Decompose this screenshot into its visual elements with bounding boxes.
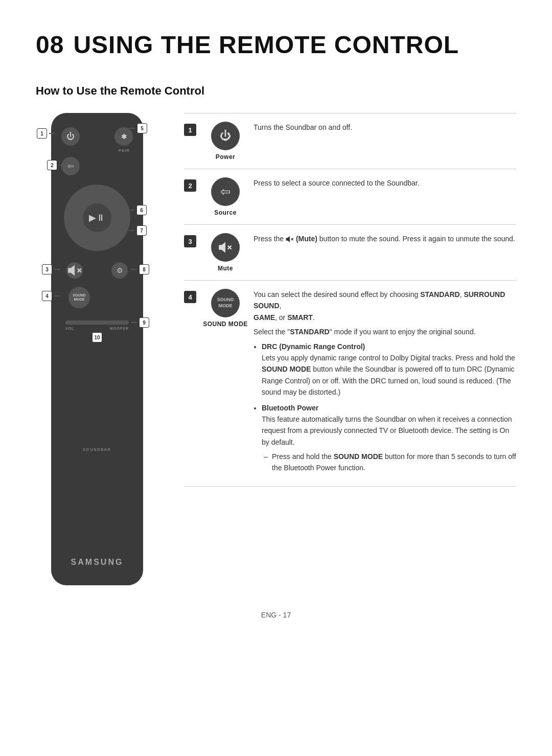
bullet-drc: DRC (Dynamic Range Control) Lets you app… <box>262 341 516 398</box>
num-col-1: 1 <box>184 122 202 136</box>
sound-mode-bullets: DRC (Dynamic Range Control) Lets you app… <box>254 341 516 474</box>
num-col-2: 2 <box>184 177 202 192</box>
line-4 <box>54 295 60 296</box>
badge-9: 9 <box>139 317 149 328</box>
badge-8: 8 <box>139 264 149 274</box>
sound-mode-icon-label: SOUND MODE <box>203 320 248 328</box>
source-icon-btn: ⇦ <box>211 177 240 206</box>
text-col-power: Turns the Soundbar on and off. <box>248 122 516 136</box>
section-title: How to Use the Remote Control <box>36 84 516 98</box>
info-row-power: 1 ⏻ Power Turns the Soundbar on and off. <box>184 113 516 169</box>
badge-3: 3 <box>42 264 52 274</box>
remote-label-9: 9 <box>131 317 149 328</box>
text-col-sound-mode: You can select the desired sound effect … <box>248 289 516 478</box>
icon-col-source: ⇦ Source <box>202 177 248 216</box>
pair-label: PAIR <box>119 148 130 153</box>
info-row-sound-mode: 4 SOUNDMODE SOUND MODE You can select th… <box>184 280 516 487</box>
source-description: Press to select a source connected to th… <box>254 177 516 189</box>
power-icon-btn: ⏻ <box>211 122 240 150</box>
remote-label-3: 3 <box>42 264 60 274</box>
info-row-source: 2 ⇦ Source Press to select a source conn… <box>184 169 516 224</box>
mute-button <box>66 262 83 279</box>
svg-marker-6 <box>286 237 289 242</box>
slider-labels: VOL WOOFER <box>65 327 129 330</box>
mute-icon-label: Mute <box>218 265 233 272</box>
remote-top-row: ⏻ ✱ PAIR 5 <box>61 127 133 146</box>
num-col-3: 3 <box>184 233 202 247</box>
svg-marker-0 <box>68 266 74 274</box>
badge-4: 4 <box>42 291 52 301</box>
line-3 <box>54 269 60 270</box>
remote-source-row: 2 ⇦ <box>61 157 133 175</box>
source-icon-label: Source <box>214 209 237 216</box>
power-button: ⏻ <box>61 127 80 146</box>
remote-sound-mode-row: 4 SOUNDMODE <box>61 287 133 308</box>
line-2 <box>59 165 65 166</box>
line-7 <box>128 230 134 231</box>
num-badge-2: 2 <box>184 179 196 192</box>
dpad-center: ▶⏸ <box>83 203 111 232</box>
remote-label-5: 5 <box>129 123 147 133</box>
bt-container: ✱ PAIR 5 <box>114 127 133 146</box>
num-badge-3: 3 <box>184 235 196 247</box>
page-title: 08USING THE REMOTE CONTROL <box>36 31 516 59</box>
text-col-mute: Press the (Mute) button to mute the soun… <box>248 233 516 247</box>
icon-col-mute: Mute <box>202 233 248 272</box>
power-description: Turns the Soundbar on and off. <box>254 122 516 133</box>
line-1 <box>49 133 55 134</box>
remote-illustration: 1 ⏻ ✱ PAIR 5 2 <box>36 113 158 585</box>
remote-mid-row: 3 8 ⚙ <box>61 262 133 279</box>
gear-button: ⚙ <box>111 262 128 279</box>
remote-label-2: 2 <box>47 160 65 170</box>
vol-label: VOL <box>65 327 74 330</box>
sound-mode-p2: Select the "STANDARD" mode if you want t… <box>254 326 516 337</box>
footer-text: ENG - 17 <box>261 611 291 619</box>
sound-mode-icon-btn: SOUNDMODE <box>211 289 240 317</box>
remote-label-6: 6 <box>128 205 147 215</box>
remote-label-4: 4 <box>42 291 60 301</box>
mute-icon-btn <box>211 233 240 262</box>
remote-label-1: 1 <box>37 128 55 139</box>
badge-6: 6 <box>136 205 147 215</box>
badge-10: 10 <box>92 332 102 342</box>
samsung-label: SAMSUNG <box>71 558 124 567</box>
remote-label-10: 10 <box>92 332 102 342</box>
bullet-bluetooth: Bluetooth Power This feature automatical… <box>262 402 516 474</box>
svg-marker-3 <box>219 243 225 251</box>
line-8 <box>131 269 137 270</box>
badge-1: 1 <box>37 128 47 139</box>
sound-mode-p1: You can select the desired sound effect … <box>254 289 516 323</box>
badge-5: 5 <box>137 123 147 133</box>
info-row-mute: 3 Mute Press the (Mute) button to mute t… <box>184 224 516 280</box>
dash-item-bluetooth: Press and hold the SOUND MODE button for… <box>262 451 516 474</box>
sound-mode-button: SOUNDMODE <box>68 287 90 308</box>
line-5 <box>129 128 135 129</box>
mute-description: Press the (Mute) button to mute the soun… <box>254 233 516 244</box>
info-table: 1 ⏻ Power Turns the Soundbar on and off.… <box>184 113 516 487</box>
remote-dpad: ▶⏸ 6 7 <box>64 185 130 251</box>
content-area: 1 ⏻ ✱ PAIR 5 2 <box>36 113 516 585</box>
vol-slider <box>65 320 129 325</box>
page-footer: ENG - 17 <box>36 611 516 619</box>
soundbar-label: SOUNDBAR <box>83 448 111 451</box>
remote-label-8: 8 <box>131 264 149 274</box>
badge-2: 2 <box>47 160 57 170</box>
remote-body: 1 ⏻ ✱ PAIR 5 2 <box>51 113 143 585</box>
badge-7: 7 <box>136 225 147 236</box>
text-col-source: Press to select a source connected to th… <box>248 177 516 192</box>
power-icon-label: Power <box>216 153 236 161</box>
num-badge-1: 1 <box>184 124 196 136</box>
woofer-label: WOOFER <box>110 327 129 330</box>
chapter-number: 08 <box>36 31 64 58</box>
icon-col-sound-mode: SOUNDMODE SOUND MODE <box>202 289 248 328</box>
line-6 <box>128 210 134 211</box>
volume-area: 9 VOL WOOFER 10 <box>61 320 133 330</box>
num-badge-4: 4 <box>184 291 196 303</box>
icon-col-power: ⏻ Power <box>202 122 248 161</box>
line-9 <box>131 322 137 323</box>
remote-label-7: 7 <box>128 225 147 236</box>
num-col-4: 4 <box>184 289 202 303</box>
